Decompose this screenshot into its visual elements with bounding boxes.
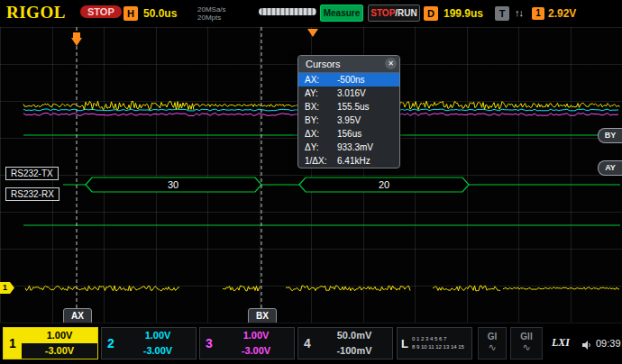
channel2-status[interactable]: 2 1.00V -3.00V [101,327,197,359]
generator2-label: GII [511,332,542,341]
cursor-row-value: 933.3mV [337,141,373,154]
cursor-row-label: 1/ΔX: [305,154,337,168]
generator1-label: GI [479,332,506,341]
clock[interactable]: 09:39 [596,338,621,349]
channel1-status[interactable]: 1 1.00V -3.00V [3,327,98,359]
cursor-by-tag[interactable]: BY [598,128,622,143]
channel3-status[interactable]: 3 1.00V -3.00V [199,327,295,359]
cursors-panel: Cursors ✕ AX: -500ns AY: 3.016V BX: 155.… [297,55,400,168]
cursor-row-inv-dx[interactable]: 1/ΔX: 6.41kHz [298,154,399,168]
cursor-row-label: BY: [305,114,337,127]
delay-position-marker[interactable] [307,29,318,37]
digital-channels-status[interactable]: L 0 1 2 3 4 5 6 7 8 9 10 11 12 13 14 15 [397,327,472,359]
cursor-row-bx[interactable]: BX: 155.5us [298,100,399,114]
channel2-scale: 1.00V [120,328,196,343]
cursor-row-by[interactable]: BY: 3.95V [298,114,399,127]
speaker-icon[interactable] [581,338,592,349]
close-icon[interactable]: ✕ [385,58,397,69]
cursor-row-value: 3.016V [337,86,366,100]
sample-rate: 20MSa/s [197,5,226,14]
trigger-position-marker[interactable] [71,38,82,46]
channel1-scale: 1.00V [22,328,97,343]
horizontal-menu-button[interactable]: H [123,6,138,21]
acquisition-info: 20MSa/s 20Mpts [197,5,226,22]
cursor-row-label: AY: [305,86,337,100]
sine-wave-icon: ∿ [511,341,542,352]
sine-wave-icon: ∿ [479,341,506,352]
waveform-display: 3020 RS232-TX RS232-RX BY AY AX BX 1 Cur… [0,27,622,323]
trigger-menu-button[interactable]: T [495,6,509,21]
digital-channel-list: 0 1 2 3 4 5 6 7 8 9 10 11 12 13 14 15 [412,335,471,351]
cursor-row-ay[interactable]: AY: 3.016V [298,86,399,100]
memory-depth: 20Mpts [197,14,226,22]
rigol-logo: RIGOL [6,3,66,23]
cursor-row-label: ΔX: [305,127,337,141]
channel3-number: 3 [200,328,218,359]
timebase-value[interactable]: 50.0us [143,7,177,20]
delay-value[interactable]: 199.9us [444,7,483,20]
top-bar: RIGOL STOP H 50.0us 20MSa/s 20Mpts Measu… [0,0,622,28]
cursor-row-label: BX: [305,100,337,114]
cursors-panel-title: Cursors [306,59,341,69]
channel3-scale: 1.00V [218,328,294,343]
cursor-ay-tag[interactable]: AY [598,160,622,176]
lxi-logo: LXI [552,336,570,350]
channel4-offset: -100mV [316,343,392,359]
digital-row-high: 8 9 10 11 12 13 14 15 [412,343,471,351]
cursors-panel-titlebar[interactable]: Cursors ✕ [298,56,399,73]
stop-label: STOP [370,8,395,18]
bottom-bar: 1 1.00V -3.00V 2 1.00V -3.00V 3 1.00V -3… [0,323,622,364]
channel4-scale: 50.0mV [316,328,392,343]
generator2-status[interactable]: GII ∿ [510,327,543,359]
channel1-offset: -3.00V [22,343,97,359]
rs232-rx-label[interactable]: RS232-RX [5,187,59,201]
digital-row-low: 0 1 2 3 4 5 6 7 [412,335,471,343]
cursor-row-value: 155.5us [337,100,370,114]
channel4-number: 4 [298,328,316,359]
delay-menu-button[interactable]: D [424,6,438,21]
svg-text:20: 20 [379,179,389,190]
channel2-number: 2 [102,328,120,359]
cursor-row-label: AX: [305,73,337,86]
digital-label: L [398,337,412,350]
trigger-source-badge[interactable]: 1 [532,7,544,20]
oscilloscope-screen: RIGOL STOP H 50.0us 20MSa/s 20Mpts Measu… [0,0,622,364]
run-label: /RUN [395,8,416,18]
rs232-tx-label[interactable]: RS232-TX [5,167,59,180]
measure-button[interactable]: Measure [320,5,363,22]
trigger-level-value[interactable]: 2.92V [548,7,576,20]
stop-run-button[interactable]: STOP/RUN [368,5,420,22]
channel3-offset: -3.00V [218,343,294,359]
cursor-row-value: 6.41kHz [337,154,370,168]
trigger-slope-icon: ↑↓ [515,7,523,18]
generator1-status[interactable]: GI ∿ [478,327,507,359]
channel1-number: 1 [4,328,22,359]
channel4-status[interactable]: 4 50.0mV -100mV [297,327,393,359]
cursor-row-value: 156us [337,127,361,141]
cursor-row-label: ΔY: [305,141,337,154]
channel2-offset: -3.00V [120,343,196,359]
svg-text:30: 30 [168,179,178,190]
memory-position-bar[interactable] [259,8,316,15]
cursor-row-value: -500ns [337,73,365,86]
cursor-row-value: 3.95V [337,114,361,127]
cursor-row-dx[interactable]: ΔX: 156us [298,127,399,141]
cursor-row-dy[interactable]: ΔY: 933.3mV [298,141,399,154]
cursor-row-ax[interactable]: AX: -500ns [298,73,399,86]
run-state-badge[interactable]: STOP [80,5,122,18]
